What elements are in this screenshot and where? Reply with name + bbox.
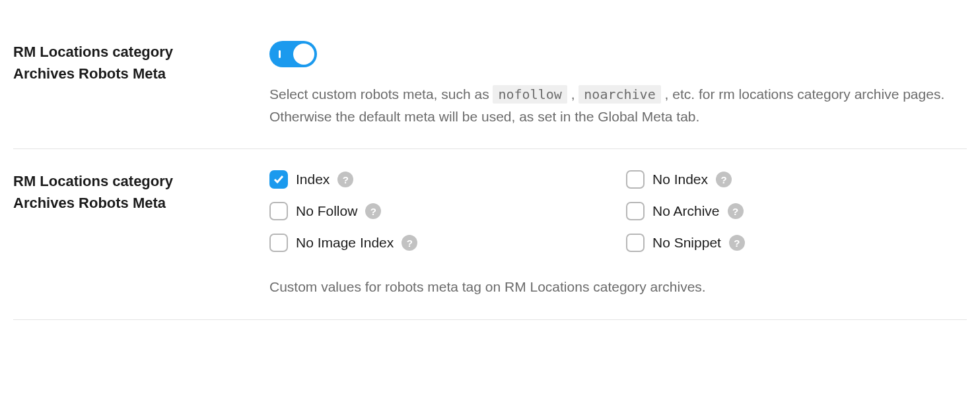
desc-text: ,	[571, 86, 579, 102]
code-noarchive: noarchive	[578, 85, 660, 104]
divider	[13, 319, 967, 320]
checkbox-no-index[interactable]	[626, 170, 645, 189]
checkbox-label: No Index	[652, 172, 708, 187]
checkbox-no-archive[interactable]	[626, 202, 645, 220]
section-content: Index ? No Index ? No Follow ?	[269, 170, 967, 298]
help-icon[interactable]: ?	[716, 172, 732, 187]
checkbox-no-image-index[interactable]	[269, 234, 288, 252]
section-content: Select custom robots meta, such as nofol…	[269, 41, 967, 127]
checkbox-no-snippet[interactable]	[626, 234, 645, 252]
toggle-description: Select custom robots meta, such as nofol…	[269, 83, 967, 127]
checkbox-grid: Index ? No Index ? No Follow ?	[269, 170, 967, 252]
checkbox-label: No Image Index	[296, 235, 394, 251]
checkbox-row-no-archive: No Archive ?	[626, 202, 967, 220]
help-icon[interactable]: ?	[728, 203, 744, 219]
checkbox-label: No Follow	[296, 203, 357, 219]
options-description: Custom values for robots meta tag on RM …	[269, 276, 967, 298]
robots-meta-toggle[interactable]	[269, 41, 317, 67]
checkbox-label: Index	[296, 172, 330, 187]
help-icon[interactable]: ?	[729, 235, 745, 251]
help-icon[interactable]: ?	[365, 203, 381, 219]
checkbox-index[interactable]	[269, 170, 288, 189]
checkbox-row-no-snippet: No Snippet ?	[626, 234, 967, 252]
check-icon	[273, 174, 284, 185]
help-icon[interactable]: ?	[402, 235, 417, 251]
robots-meta-toggle-section: RM Locations category Archives Robots Me…	[13, 20, 967, 148]
checkbox-row-no-image-index: No Image Index ?	[269, 234, 610, 252]
robots-meta-options-section: RM Locations category Archives Robots Me…	[13, 149, 967, 319]
checkbox-label: No Archive	[652, 203, 720, 219]
help-icon[interactable]: ?	[337, 172, 353, 187]
checkbox-row-no-index: No Index ?	[626, 170, 967, 189]
checkbox-no-follow[interactable]	[269, 202, 288, 220]
section-label: RM Locations category Archives Robots Me…	[13, 170, 238, 298]
checkbox-row-no-follow: No Follow ?	[269, 202, 610, 220]
code-nofollow: nofollow	[493, 85, 567, 104]
checkbox-row-index: Index ?	[269, 170, 610, 189]
toggle-knob	[293, 44, 314, 65]
desc-text: Select custom robots meta, such as	[269, 86, 493, 102]
section-label: RM Locations category Archives Robots Me…	[13, 41, 238, 127]
checkbox-label: No Snippet	[652, 235, 721, 251]
